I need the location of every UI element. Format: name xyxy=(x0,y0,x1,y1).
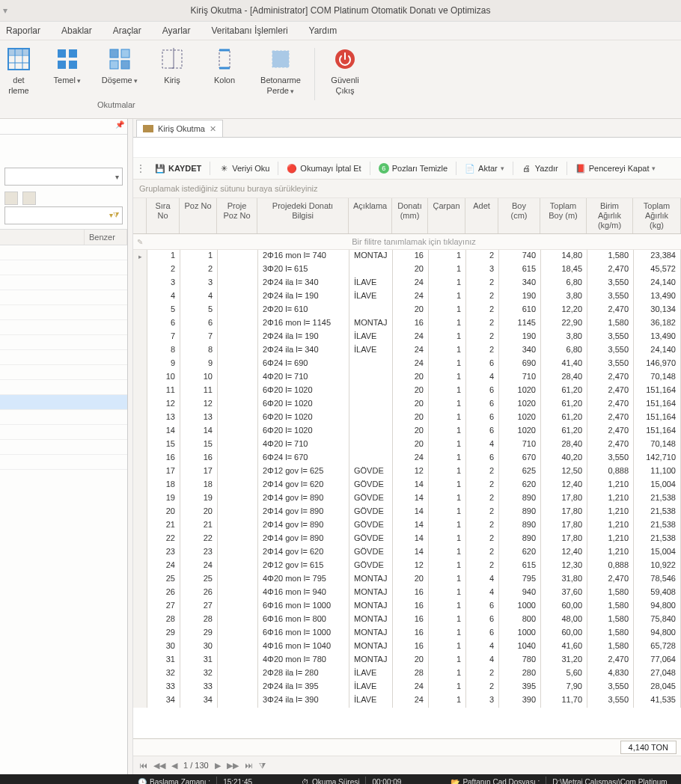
menu-veritabani[interactable]: Veritabanı İşlemleri xyxy=(212,25,288,36)
left-filter-input[interactable]: ▾⧩ xyxy=(4,206,123,224)
list-item[interactable] xyxy=(0,335,127,350)
table-row[interactable]: 27276Φ16 mon l= 1000MONTAJ1616100060,001… xyxy=(133,600,681,613)
table-row[interactable]: 882Φ24 ila l= 340İLAVE24123406,803,55024… xyxy=(133,344,681,358)
list-item[interactable] xyxy=(0,350,127,365)
pager-filter-icon[interactable]: ⧩ xyxy=(259,761,266,771)
ribbon-perde-button[interactable]: BetonarmePerde xyxy=(254,43,307,97)
left-col-benzer[interactable]: Benzer xyxy=(85,230,127,245)
table-row[interactable]: 18182Φ14 gov l= 620GÖVDE141262012,401,21… xyxy=(133,479,681,492)
table-row[interactable]: 29296Φ16 mon l= 1000MONTAJ1616100060,001… xyxy=(133,627,681,640)
menu-abaklar[interactable]: Abaklar xyxy=(61,25,92,36)
copy-icon[interactable] xyxy=(22,192,36,205)
list-item[interactable] xyxy=(0,365,127,380)
col-carpan[interactable]: Çarpan xyxy=(428,198,465,233)
list-item[interactable] xyxy=(0,395,127,410)
col-sira[interactable]: Sıra No xyxy=(147,198,180,233)
col-toplam-agirlik[interactable]: Toplam Ağırlık (kg) xyxy=(633,198,681,233)
table-row[interactable]: 25254Φ20 mon l= 795MONTAJ201479531,802,4… xyxy=(133,573,681,587)
menu-ayarlar[interactable]: Ayarlar xyxy=(162,25,191,36)
table-row[interactable]: 17172Φ12 gov l= 625GÖVDE121262512,500,88… xyxy=(133,465,681,479)
kaydet-button[interactable]: 💾 KAYDET xyxy=(150,159,207,178)
list-item[interactable] xyxy=(0,260,127,275)
veriyi-oku-button[interactable]: ✳ Veriyi Oku xyxy=(213,159,275,178)
col-aciklama[interactable]: Açıklama xyxy=(349,198,392,233)
list-item[interactable] xyxy=(0,425,127,440)
table-row[interactable]: 30304Φ16 mon l= 1040MONTAJ1614104041,601… xyxy=(133,640,681,654)
table-row[interactable]: 12126Φ20 l= 10202016102061,202,470151,16… xyxy=(133,398,681,411)
aktar-button[interactable]: 📄 Aktar xyxy=(459,159,510,178)
grid-filter-row[interactable]: ✎ Bir filitre tanımlamak için tıklayınız xyxy=(133,234,681,250)
pozlari-temizle-button[interactable]: 6 Pozları Temizle xyxy=(373,159,453,178)
list-item[interactable] xyxy=(0,320,127,335)
table-row[interactable]: 16166Φ24 l= 670241667040,203,550142,710 xyxy=(133,452,681,465)
table-row[interactable]: 26264Φ16 mon l= 940MONTAJ161494037,601,5… xyxy=(133,587,681,600)
table-row[interactable]: 34343Φ24 ila l= 390İLAVE241339011,703,55… xyxy=(133,694,681,708)
pager-next-icon[interactable]: ▶ xyxy=(215,761,221,771)
table-row[interactable]: 332Φ24 ila l= 340İLAVE24123406,803,55024… xyxy=(133,277,681,290)
list-item[interactable] xyxy=(0,455,127,470)
table-row[interactable]: 662Φ16 mon l= 1145MONTAJ1612114522,901,5… xyxy=(133,317,681,331)
table-row[interactable]: 996Φ24 l= 690241669041,403,550146,970 xyxy=(133,358,681,371)
close-icon[interactable]: ✕ xyxy=(210,120,216,137)
col-adet[interactable]: Adet xyxy=(465,198,498,233)
list-item[interactable] xyxy=(0,245,127,260)
list-item[interactable] xyxy=(0,305,127,320)
menu-yardim[interactable]: Yardım xyxy=(309,25,338,36)
pager-prev-icon[interactable]: ◀ xyxy=(171,761,177,771)
list-item[interactable] xyxy=(0,380,127,395)
table-row[interactable]: 23232Φ14 gov l= 620GÖVDE141262012,401,21… xyxy=(133,546,681,560)
menu-araclar[interactable]: Araçlar xyxy=(113,25,141,36)
ribbon-cikis-button[interactable]: GüvenliÇıkış xyxy=(323,43,367,96)
pager-first-icon[interactable]: ⏮ xyxy=(139,761,147,770)
pager-nextpage-icon[interactable]: ▶▶ xyxy=(227,761,239,771)
table-row[interactable]: 22222Φ14 gov l= 890GÖVDE141289017,801,21… xyxy=(133,533,681,546)
menu-raporlar[interactable]: Raporlar xyxy=(6,25,40,36)
col-donati-mm[interactable]: Donatı (mm) xyxy=(392,198,428,233)
table-row[interactable]: 32322Φ28 ila l= 280İLAVE28122805,604,830… xyxy=(133,667,681,681)
splitter[interactable] xyxy=(128,119,133,774)
table-row[interactable]: 28286Φ16 mon l= 800MONTAJ161680048,001,5… xyxy=(133,613,681,627)
table-row[interactable]: 13136Φ20 l= 10202016102061,202,470151,16… xyxy=(133,411,681,425)
ribbon-doseme-button[interactable]: Döşeme xyxy=(97,43,142,86)
list-item[interactable] xyxy=(0,410,127,425)
left-col-1[interactable] xyxy=(0,230,85,245)
list-item[interactable] xyxy=(0,290,127,305)
table-row[interactable]: 33332Φ24 ila l= 395İLAVE24123957,903,550… xyxy=(133,681,681,694)
toolbar-overflow-icon[interactable]: ⋮ xyxy=(136,163,145,174)
table-row[interactable]: 20202Φ14 gov l= 890GÖVDE141289017,801,21… xyxy=(133,506,681,519)
group-by-panel[interactable]: Gruplamak istediğiniz sütunu buraya sürü… xyxy=(133,180,681,198)
col-birim-agirlik[interactable]: Birim Ağırlık (kg/m) xyxy=(587,198,633,233)
pencereyi-kapat-button[interactable]: 📕 Pencereyi Kapat xyxy=(570,159,662,178)
left-combobox[interactable]: ▾ xyxy=(4,168,123,186)
tab-kiris-okutma[interactable]: Kiriş Okutma ✕ xyxy=(136,120,223,137)
okumayi-iptal-button[interactable]: 🔴 Okumayı İptal Et xyxy=(281,159,366,178)
yazdir-button[interactable]: 🖨 Yazdır xyxy=(516,159,564,178)
ribbon-kolon-button[interactable]: Kolon xyxy=(202,43,247,85)
table-row[interactable]: 24242Φ12 gov l= 615GÖVDE121261512,300,88… xyxy=(133,560,681,573)
table-row[interactable]: 552Φ20 l= 610201261012,202,47030,134 xyxy=(133,304,681,317)
table-row[interactable]: 11116Φ20 l= 10202016102061,202,470151,16… xyxy=(133,385,681,398)
list-item[interactable] xyxy=(0,275,127,290)
dropdown-icon[interactable]: ▾ xyxy=(3,0,7,21)
col-toplam-boy[interactable]: Toplam Boy (m) xyxy=(540,198,587,233)
col-poz[interactable]: Poz No xyxy=(180,198,217,233)
table-row[interactable]: ▸112Φ16 mon l= 740MONTAJ161274014,801,58… xyxy=(133,250,681,263)
list-item[interactable] xyxy=(0,440,127,455)
col-donati-bilgisi[interactable]: Projedeki Donatı Bilgisi xyxy=(257,198,349,233)
pager-prevpage-icon[interactable]: ◀◀ xyxy=(153,761,165,771)
table-row[interactable]: 442Φ24 ila l= 190İLAVE24121903,803,55013… xyxy=(133,290,681,304)
table-row[interactable]: 10104Φ20 l= 710201471028,402,47070,148 xyxy=(133,371,681,385)
table-row[interactable]: 772Φ24 ila l= 190İLAVE24121903,803,55013… xyxy=(133,331,681,344)
grid-body[interactable]: ▸112Φ16 mon l= 740MONTAJ161274014,801,58… xyxy=(133,250,681,738)
table-row[interactable]: 14146Φ20 l= 10202016102061,202,470151,16… xyxy=(133,425,681,438)
col-boy[interactable]: Boy (cm) xyxy=(498,198,540,233)
doc-icon[interactable] xyxy=(4,192,18,205)
ribbon-kiris-button[interactable]: Kiriş xyxy=(150,43,195,85)
table-row[interactable]: 223Φ20 l= 615201361518,452,47045,572 xyxy=(133,263,681,277)
table-row[interactable]: 15154Φ20 l= 710201471028,402,47070,148 xyxy=(133,438,681,452)
table-row[interactable]: 19192Φ14 gov l= 890GÖVDE141289017,801,21… xyxy=(133,492,681,506)
ribbon-detrleme-button[interactable]: detrleme xyxy=(0,43,37,96)
table-row[interactable]: 21212Φ14 gov l= 890GÖVDE141289017,801,21… xyxy=(133,519,681,533)
ribbon-temel-button[interactable]: Temel xyxy=(45,43,90,86)
col-proje-poz[interactable]: Proje Poz No xyxy=(217,198,257,233)
